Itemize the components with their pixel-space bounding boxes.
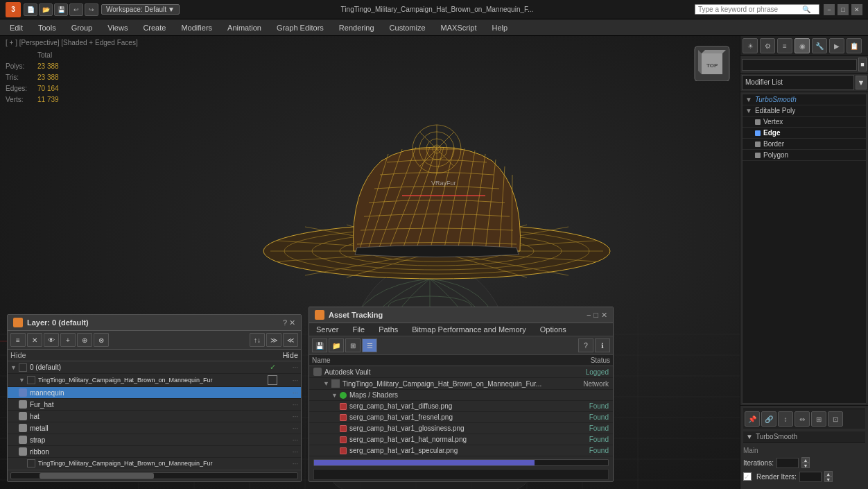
pb-mirror-icon[interactable]: ⇔ [795,411,810,427]
ts-iter-down[interactable]: ▼ [801,463,810,468]
rp-icon-5[interactable]: 🔧 [812,38,827,53]
rp-icon-3[interactable]: ≡ [777,38,792,53]
close-btn[interactable]: ✕ [851,4,862,15]
asset-row-vault[interactable]: Autodesk Vault Logged [309,366,613,378]
layer-scrollbar-thumb[interactable] [40,473,154,479]
menu-edit[interactable]: Edit [3,22,30,33]
sub-edge[interactable]: Edge [743,128,866,139]
layer-vis-tingtingo[interactable] [27,376,35,384]
ts-collapse-btn[interactable]: ▼ [746,433,753,440]
layer-row-ribbon[interactable]: ribbon ··· [8,446,301,458]
layer-tb-delete[interactable]: ✕ [27,333,42,347]
asset-tb-info[interactable]: ℹ [595,338,610,352]
menu-views[interactable]: Views [101,22,134,33]
rp-icon-4[interactable]: ◉ [795,38,810,53]
asset-menu-options[interactable]: Options [533,323,573,336]
menu-maxscript[interactable]: MAXScript [434,22,484,33]
ts-render-checkbox[interactable]: ✓ [743,472,752,481]
undo-btn[interactable]: ↩ [69,3,83,16]
menu-help[interactable]: Help [485,22,515,33]
layer-tb-hide[interactable]: 👁 [44,333,59,347]
asset-row-diffuse[interactable]: serg_camp_hat_var1_diffuse.png Found [309,401,613,412]
ts-render-down[interactable]: ▼ [824,477,833,482]
search-bar[interactable]: 🔍 [695,4,819,15]
ts-iterations-input[interactable]: 0 [776,458,799,468]
asset-panel-maximize[interactable]: □ [593,311,598,320]
layer-scrollbar[interactable] [10,472,298,479]
layer-panel-question[interactable]: ? [283,318,287,327]
new-btn[interactable]: 📄 [24,3,37,16]
layer-row-metall[interactable]: metall ··· [8,422,301,434]
asset-row-hat-normal[interactable]: serg_camp_hat_var1_hat_normal.png Found [309,434,613,445]
asset-row-tingtingo[interactable]: ▼ TingTingo_Military_Campaign_Hat_Brown_… [309,378,613,390]
menu-rendering[interactable]: Rendering [332,22,381,33]
workspace-dropdown[interactable]: Workspace: Default ▼ [101,4,180,15]
save-btn[interactable]: 💾 [54,3,68,16]
asset-row-fresnel[interactable]: serg_camp_hat_var1_fresnel.png Found [309,412,613,423]
layer-vis-tingtingo-b[interactable] [27,459,35,467]
layer-tb-link[interactable]: ⊕ [77,333,92,347]
pb-pin-icon[interactable]: 📌 [745,411,760,427]
layer-tb-r3[interactable]: ≪ [283,333,298,347]
layer-row-fur-hat[interactable]: Fur_hat ··· [8,399,301,411]
rp-icon-6[interactable]: ▶ [829,38,844,53]
asset-menu-paths[interactable]: Paths [372,323,405,336]
menu-customize[interactable]: Customize [383,22,433,33]
sub-vertex[interactable]: Vertex [743,117,866,128]
menu-group[interactable]: Group [64,22,100,33]
layer-panel-close[interactable]: ✕ [289,318,295,327]
menu-graph-editors[interactable]: Graph Editors [270,22,331,33]
asset-tb-btn1[interactable]: 💾 [312,338,327,352]
asset-tb-btn2[interactable]: 📁 [329,338,344,352]
asset-row-maps[interactable]: ▼ Maps / Shaders [309,390,613,401]
asset-row-glossiness[interactable]: serg_camp_hat_var1_glossiness.png Found [309,423,613,434]
sub-polygon[interactable]: Polygon [743,150,866,161]
minimize-btn[interactable]: − [824,4,835,15]
maximize-btn[interactable]: □ [837,4,849,15]
asset-tb-btn4[interactable]: ☰ [362,338,377,352]
layer-row-tingtingo-bottom[interactable]: TingTingo_Military_Campaign_Hat_Brown_on… [8,458,301,470]
pb-align-icon[interactable]: ↕ [778,411,793,427]
modifier-turbosmooth[interactable]: ▼ TurboSmooth [743,94,866,105]
layer-row-default[interactable]: ▼ 0 (default) ✓ ··· [8,361,301,374]
menu-animation[interactable]: Animation [220,22,268,33]
layer-tb-r2[interactable]: ≫ [266,333,281,347]
menu-create[interactable]: Create [136,22,173,33]
asset-menu-server[interactable]: Server [309,323,345,336]
viewport-cube[interactable]: TOP [691,43,733,81]
layer-tb-r1[interactable]: ↑↓ [250,333,265,347]
asset-menu-file[interactable]: File [345,323,372,336]
asset-panel-minimize[interactable]: − [587,311,591,320]
object-name-input[interactable]: hat [742,59,857,71]
rp-icon-2[interactable]: ⚙ [760,38,775,53]
layer-row-tingtingo-parent[interactable]: ▼ TingTingo_Military_Campaign_Hat_Brown_… [8,374,301,387]
pb-link-icon[interactable]: 🔗 [761,411,776,427]
layer-vis-default[interactable] [19,363,27,372]
redo-btn[interactable]: ↪ [85,3,98,16]
ts-render-input[interactable]: 2 [799,472,822,482]
modifier-editable-poly[interactable]: ▼ Editable Poly [743,105,866,117]
layer-tb-layers[interactable]: ≡ [10,333,26,347]
layer-row-mannequin[interactable]: mannequin ··· [8,387,301,399]
color-swatch[interactable]: ■ [858,58,867,71]
rp-icon-1[interactable]: ☀ [743,38,758,53]
layer-tb-add[interactable]: + [60,333,76,347]
asset-row-specular[interactable]: serg_camp_hat_var1_specular.png Found [309,445,613,456]
asset-menu-bitmap-perf[interactable]: Bitmap Performance and Memory [405,323,532,336]
ts-iter-up[interactable]: ▲ [801,457,810,463]
asset-tb-help[interactable]: ? [578,338,593,352]
menu-tools[interactable]: Tools [31,22,63,33]
sub-border[interactable]: Border [743,139,866,150]
ts-render-up[interactable]: ▲ [824,471,833,477]
rp-icon-7[interactable]: 📋 [847,38,862,53]
asset-tb-btn3[interactable]: ⊞ [345,338,361,352]
layer-row-hat[interactable]: hat ··· [8,411,301,422]
layer-row-strap[interactable]: strap ··· [8,434,301,446]
layer-tb-unlink[interactable]: ⊗ [94,333,109,347]
open-btn[interactable]: 📂 [39,3,53,16]
search-input[interactable] [698,6,802,13]
pb-snap-icon[interactable]: ⊡ [828,411,843,427]
pb-table-icon[interactable]: ⊞ [811,411,826,427]
menu-modifiers[interactable]: Modifiers [174,22,219,33]
asset-panel-close[interactable]: ✕ [601,311,607,320]
